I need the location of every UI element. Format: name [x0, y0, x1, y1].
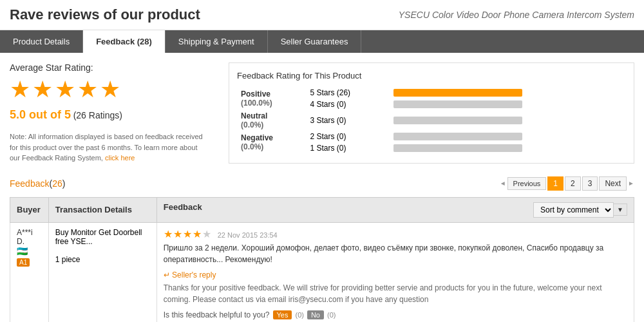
review-cell: ★ ★ ★ ★ ★ 22 Nov 2015 23:54 Пришло за 2 … — [156, 222, 634, 322]
star-1: ★ — [10, 76, 30, 103]
yes-button[interactable]: Yes — [273, 310, 292, 319]
previous-button[interactable]: Previous — [507, 177, 547, 190]
rating-section: Average Star Rating: ★ ★ ★ ★ ★ 5.0 out o… — [10, 62, 634, 164]
transaction-header: Transaction Details — [48, 197, 156, 222]
tab-product-details[interactable]: Product Details — [0, 30, 83, 53]
pagination-next-icon: ► — [628, 180, 634, 187]
buyer-header: Buyer — [10, 197, 49, 222]
transaction-cell: Buy Monitor Get Doorbell free YSE... 1 p… — [48, 222, 156, 322]
main-content: Average Star Rating: ★ ★ ★ ★ ★ 5.0 out o… — [0, 53, 644, 322]
buyer-cell: A***i D. 🇺🇿 A1 — [10, 222, 49, 322]
sort-select[interactable]: Sort by comment — [533, 202, 614, 218]
helpful-label: Is this feedback helpful to you? — [164, 310, 270, 319]
rating-table: Positive (100.0%) 5 Stars (26) 4 Stars (… — [237, 87, 626, 154]
tab-bar: Product Details Feedback (28) Shipping &… — [0, 30, 644, 53]
review-star-3: ★ — [183, 228, 192, 240]
review-stars-row: ★ ★ ★ ★ ★ 22 Nov 2015 23:54 — [164, 228, 627, 242]
tab-shipping[interactable]: Shipping & Payment — [166, 30, 268, 53]
5stars-label: 5 Stars (26) — [306, 87, 389, 99]
dropdown-arrow-icon[interactable]: ▼ — [614, 204, 627, 216]
negative-label: Negative (0.0%) — [237, 131, 306, 154]
transaction-desc: Buy Monitor Get Doorbell free YSE... — [55, 228, 150, 246]
no-count: (0) — [327, 311, 336, 319]
4stars-label: 4 Stars (0) — [306, 99, 389, 110]
right-rating: Feedback Rating for This Product Positiv… — [229, 62, 634, 164]
product-name: YSECU Color Video Door Phone Camera Inte… — [399, 10, 634, 20]
seller-reply-label: Seller's reply — [164, 270, 627, 279]
note-text: Note: All information displayed is based… — [10, 131, 203, 164]
helpful-row: Is this feedback helpful to you? Yes (0)… — [164, 310, 627, 319]
5stars-bar — [390, 87, 626, 99]
pagination-prev-icon: ◄ — [500, 180, 506, 187]
positive-percent: (100.0%) — [241, 99, 272, 108]
avg-label: Average Star Rating: — [10, 62, 203, 73]
seller-reply-text: Thanks for your positive feedback. We wi… — [164, 282, 627, 305]
review-star-2: ★ — [173, 228, 182, 240]
star-4: ★ — [77, 76, 98, 103]
page-header: Rave reviews of our product YSECU Color … — [0, 0, 644, 30]
avg-score-line: 5.0 out of 5 (26 Ratings) — [10, 108, 203, 122]
buyer-flag-icon: 🇺🇿 — [17, 246, 28, 256]
feedback-table: Buyer Transaction Details Feedback Sort … — [10, 197, 634, 323]
page-3-button[interactable]: 3 — [582, 176, 598, 191]
neutral-percent: (0.0%) — [241, 120, 263, 129]
pagination: ◄ Previous 1 2 3 Next ► — [500, 176, 634, 191]
review-star-4: ★ — [193, 228, 202, 240]
tab-seller-guarantees[interactable]: Seller Guarantees — [268, 30, 362, 53]
1star-bar — [390, 142, 626, 154]
feedback-header-row: Feedback(26) ◄ Previous 1 2 3 Next ► — [10, 176, 634, 191]
page-title: Rave reviews of our product — [10, 6, 200, 23]
table-row: A***i D. 🇺🇿 A1 Buy Monitor Get Doorbell … — [10, 222, 634, 322]
2stars-bar — [390, 131, 626, 142]
page-2-button[interactable]: 2 — [565, 176, 581, 191]
positive-label: Positive (100.0%) — [237, 87, 306, 110]
review-star-1: ★ — [164, 228, 173, 240]
rating-row-negative1: Negative (0.0%) 2 Stars (0) — [237, 131, 626, 142]
quantity: 1 piece — [55, 255, 150, 264]
4stars-bar — [390, 99, 626, 110]
review-date: 22 Nov 2015 23:54 — [218, 231, 278, 239]
feedback-count-title: Feedback(26) — [10, 178, 65, 189]
buyer-name: A***i D. — [17, 228, 42, 246]
3stars-bar — [390, 110, 626, 131]
negative-percent: (0.0%) — [241, 142, 263, 151]
buyer-badge: A1 — [17, 258, 30, 267]
star-3: ★ — [55, 76, 75, 103]
1star-label: 1 Stars (0) — [306, 142, 389, 154]
avg-score: 5.0 out of 5 — [10, 108, 71, 121]
review-text: Пришло за 2 недели. Хороший домофон, дел… — [164, 242, 627, 265]
3stars-label: 3 Stars (0) — [306, 110, 389, 131]
page-1-button[interactable]: 1 — [547, 176, 564, 191]
no-button[interactable]: No — [307, 310, 324, 319]
ratings-count-label: (26 Ratings) — [73, 110, 122, 120]
yes-count: (0) — [295, 311, 303, 319]
sort-dropdown[interactable]: Sort by comment ▼ — [533, 202, 627, 218]
rating-row-positive: Positive (100.0%) 5 Stars (26) — [237, 87, 626, 99]
feedback-rating-title: Feedback Rating for This Product — [237, 71, 626, 80]
2stars-label: 2 Stars (0) — [306, 131, 389, 142]
left-rating: Average Star Rating: ★ ★ ★ ★ ★ 5.0 out o… — [10, 62, 203, 164]
feedback-rating-link[interactable]: click here — [105, 154, 135, 162]
stars-display: ★ ★ ★ ★ ★ — [10, 76, 203, 103]
star-5: ★ — [100, 76, 120, 103]
rating-row-neutral: Neutral (0.0%) 3 Stars (0) — [237, 110, 626, 131]
next-button[interactable]: Next — [599, 176, 627, 191]
review-stars: ★ ★ ★ ★ ★ — [164, 228, 211, 240]
star-2: ★ — [32, 76, 53, 103]
neutral-label: Neutral (0.0%) — [237, 110, 306, 131]
tab-feedback[interactable]: Feedback (28) — [83, 30, 166, 53]
table-header-row: Buyer Transaction Details Feedback Sort … — [10, 197, 634, 222]
review-star-5-empty: ★ — [202, 228, 211, 240]
feedback-header-cell: Feedback Sort by comment ▼ — [156, 197, 634, 222]
